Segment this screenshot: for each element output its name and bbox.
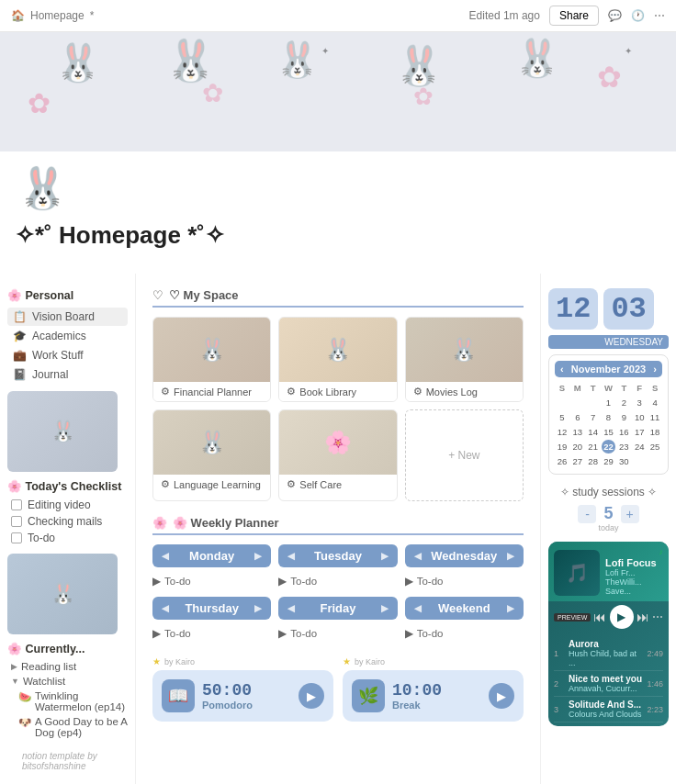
prev-track-button[interactable]: ⏮ bbox=[593, 610, 606, 624]
gallery-card-selfcare[interactable]: 🌸 ⚙ Self Care bbox=[278, 409, 397, 501]
sidebar-reading-list[interactable]: ▶ Reading list bbox=[7, 659, 128, 674]
pomodoro-icon: 📖 bbox=[162, 679, 195, 712]
tuesday-todo: ▶ To-do bbox=[278, 573, 397, 589]
cal-cell-29[interactable]: 29 bbox=[602, 454, 616, 468]
track-info-3: Solitude And S... Colours And Clouds bbox=[565, 700, 647, 719]
cal-cell-28[interactable]: 28 bbox=[586, 454, 601, 468]
cal-cell-w1-1[interactable] bbox=[570, 396, 585, 409]
cal-cell-12[interactable]: 12 bbox=[555, 425, 569, 439]
comment-icon[interactable]: 💬 bbox=[608, 9, 622, 22]
checkbox-todo[interactable] bbox=[11, 532, 22, 543]
sidebar-item-workstuff[interactable]: 💼 Work Stuff bbox=[7, 346, 128, 364]
cal-hdr-m: M bbox=[570, 381, 585, 395]
friday-header[interactable]: ◀ Friday ▶ bbox=[278, 597, 397, 620]
checkbox-editing[interactable] bbox=[11, 499, 22, 510]
cal-prev-button[interactable]: ‹ bbox=[560, 364, 564, 375]
break-play-button[interactable]: ▶ bbox=[489, 683, 514, 709]
timers-row: ★ by Kairo 📖 50:00 Pomodoro ▶ ★ bbox=[152, 656, 524, 722]
page-title: ✧*˚ Homepage *˚✧ bbox=[15, 221, 661, 250]
watchlist-title-1: Twinkling Watermelon (ep14) bbox=[35, 690, 128, 712]
cal-cell-7[interactable]: 7 bbox=[586, 410, 601, 424]
cal-cell-15[interactable]: 15 bbox=[602, 425, 616, 439]
cal-next-button[interactable]: › bbox=[653, 364, 657, 375]
weekend-todo: ▶ To-do bbox=[405, 625, 524, 642]
cal-cell-17[interactable]: 17 bbox=[632, 425, 647, 439]
cal-cell-4[interactable]: 4 bbox=[648, 396, 662, 409]
wednesday-label: Wednesday bbox=[431, 549, 497, 563]
gear-icon-movies: ⚙ bbox=[413, 386, 422, 398]
cal-cell-30[interactable]: 30 bbox=[616, 454, 631, 468]
gallery-img-selfcare: 🌸 bbox=[279, 410, 396, 475]
pomodoro-play-button[interactable]: ▶ bbox=[299, 683, 324, 709]
sidebar-watchlist[interactable]: ▼ Watchlist bbox=[7, 674, 128, 689]
cal-cell-w1-0[interactable] bbox=[555, 396, 569, 409]
track-3[interactable]: 3 Solitude And S... Colours And Clouds 2… bbox=[554, 697, 663, 722]
thursday-right-arrow: ▶ bbox=[254, 603, 262, 613]
music-save-label[interactable]: Save... bbox=[605, 587, 663, 596]
planner-friday: ◀ Friday ▶ ▶ To-do bbox=[278, 597, 397, 642]
play-music-button[interactable]: ▶ bbox=[610, 605, 634, 629]
track-1[interactable]: 1 Aurora Hush Child, bad at ... 2:49 bbox=[554, 636, 663, 671]
music-artist: TheWilli... bbox=[605, 577, 663, 587]
cal-cell-23[interactable]: 23 bbox=[616, 440, 631, 454]
sidebar-item-academics[interactable]: 🎓 Academics bbox=[7, 327, 128, 345]
study-count: 5 bbox=[603, 504, 613, 523]
gallery-card-language[interactable]: 🐰 ⚙ Language Learning bbox=[152, 409, 271, 501]
cal-cell-14[interactable]: 14 bbox=[586, 425, 601, 439]
thursday-header[interactable]: ◀ Thursday ▶ bbox=[152, 597, 271, 620]
break-icon: 🌿 bbox=[352, 679, 385, 712]
planner-wednesday: ◀ Wednesday ▶ ▶ To-do bbox=[405, 544, 524, 589]
cal-cell-21[interactable]: 21 bbox=[586, 440, 601, 454]
cal-cell-9[interactable]: 9 bbox=[616, 410, 631, 424]
wednesday-header[interactable]: ◀ Wednesday ▶ bbox=[405, 544, 524, 567]
monday-header[interactable]: ◀ Monday ▶ bbox=[152, 544, 271, 567]
cal-cell-24[interactable]: 24 bbox=[632, 440, 647, 454]
gallery-card-financial[interactable]: 🐰 ⚙ Financial Planner bbox=[152, 317, 271, 402]
cal-cell-5[interactable]: 5 bbox=[555, 410, 569, 424]
cal-cell-27[interactable]: 27 bbox=[570, 454, 585, 468]
gallery-card-movies[interactable]: 🐰 ⚙ Movies Log bbox=[405, 317, 524, 402]
sidebar-item-vision[interactable]: 📋 Vision Board bbox=[7, 308, 128, 326]
banner-bunny-1: 🐰 bbox=[55, 41, 101, 84]
monday-right-arrow: ▶ bbox=[254, 551, 262, 561]
add-new-card[interactable]: + New bbox=[405, 409, 524, 501]
tuesday-left-arrow: ◀ bbox=[287, 551, 295, 561]
cal-cell-20[interactable]: 20 bbox=[570, 440, 585, 454]
checkbox-mails[interactable] bbox=[11, 516, 22, 527]
cal-cell-10[interactable]: 10 bbox=[632, 410, 647, 424]
cal-cell-19[interactable]: 19 bbox=[555, 440, 569, 454]
thursday-label: Thursday bbox=[185, 601, 239, 615]
logo-bunny: 🐰 bbox=[15, 161, 70, 216]
wednesday-right-arrow: ▶ bbox=[507, 551, 514, 561]
tuesday-header[interactable]: ◀ Tuesday ▶ bbox=[278, 544, 397, 567]
cal-cell-16[interactable]: 16 bbox=[616, 425, 631, 439]
cal-hdr-t2: T bbox=[616, 381, 631, 395]
share-button[interactable]: Share bbox=[549, 6, 599, 26]
cal-cell-25[interactable]: 25 bbox=[648, 440, 662, 454]
cal-cell-2[interactable]: 2 bbox=[616, 396, 631, 409]
gear-icon-language: ⚙ bbox=[161, 478, 170, 490]
clock-icon[interactable]: 🕐 bbox=[631, 9, 645, 22]
track-2[interactable]: 2 Nice to meet you Annavah, Cucurr... 1:… bbox=[554, 671, 663, 697]
more-options-icon[interactable]: ⋯ bbox=[652, 610, 663, 623]
watchlist-entry-1: 🍉 Twinkling Watermelon (ep14) bbox=[18, 689, 128, 714]
weekend-header[interactable]: ◀ Weekend ▶ bbox=[405, 597, 524, 620]
more-icon[interactable]: ⋯ bbox=[654, 9, 665, 22]
sidebar-item-journal[interactable]: 📓 Journal bbox=[7, 365, 128, 384]
cal-cell-11[interactable]: 11 bbox=[648, 410, 662, 424]
gallery-card-library[interactable]: 🐰 ⚙ Book Library bbox=[278, 317, 397, 402]
cal-cell-3[interactable]: 3 bbox=[632, 396, 647, 409]
cal-cell-26[interactable]: 26 bbox=[555, 454, 569, 468]
next-track-button[interactable]: ⏭ bbox=[637, 610, 649, 624]
cal-cell-6[interactable]: 6 bbox=[570, 410, 585, 424]
cal-cell-1[interactable]: 1 bbox=[602, 396, 616, 409]
cal-cell-18[interactable]: 18 bbox=[648, 425, 662, 439]
track-info-1: Aurora Hush Child, bad at ... bbox=[565, 639, 647, 667]
study-plus-button[interactable]: + bbox=[621, 505, 639, 523]
cal-cell-8[interactable]: 8 bbox=[602, 410, 616, 424]
study-minus-button[interactable]: - bbox=[578, 505, 596, 523]
cal-cell-22-today[interactable]: 22 bbox=[602, 440, 616, 454]
cal-cell-13[interactable]: 13 bbox=[570, 425, 585, 439]
track-name-3: Solitude And S... bbox=[569, 700, 643, 710]
cal-cell-w1-2[interactable] bbox=[586, 396, 601, 409]
